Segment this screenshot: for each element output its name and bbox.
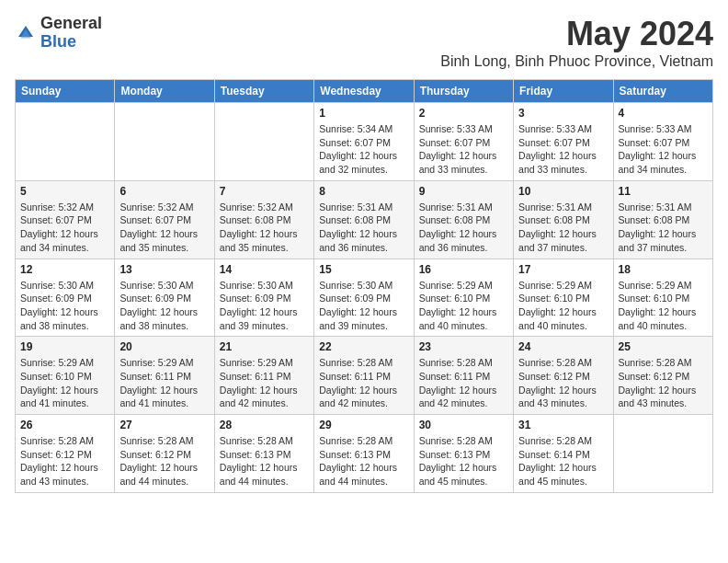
day-info: Sunrise: 5:28 AMSunset: 6:13 PMDaylight:… <box>419 434 508 488</box>
day-info: Sunrise: 5:28 AMSunset: 6:14 PMDaylight:… <box>518 434 608 488</box>
day-number: 17 <box>518 263 608 276</box>
day-info: Sunrise: 5:28 AMSunset: 6:12 PMDaylight:… <box>518 356 608 410</box>
day-number: 23 <box>419 340 508 353</box>
day-number: 2 <box>419 107 508 120</box>
day-number: 18 <box>619 263 708 276</box>
day-info: Sunrise: 5:30 AMSunset: 6:09 PMDaylight:… <box>119 279 209 333</box>
day-info: Sunrise: 5:34 AMSunset: 6:07 PMDaylight:… <box>319 122 408 177</box>
day-number: 27 <box>119 419 209 431</box>
day-info: Sunrise: 5:29 AMSunset: 6:11 PMDaylight:… <box>220 356 309 410</box>
weekday-header: Thursday <box>414 80 513 103</box>
day-info: Sunrise: 5:31 AMSunset: 6:08 PMDaylight:… <box>319 201 408 255</box>
day-number: 1 <box>319 107 408 120</box>
day-info: Sunrise: 5:32 AMSunset: 6:08 PMDaylight:… <box>220 201 309 255</box>
day-info: Sunrise: 5:28 AMSunset: 6:12 PMDaylight:… <box>20 434 109 488</box>
calendar-day-cell: 5Sunrise: 5:32 AMSunset: 6:07 PMDaylight… <box>16 180 115 259</box>
calendar-day-cell: 20Sunrise: 5:29 AMSunset: 6:11 PMDayligh… <box>115 337 214 415</box>
calendar-day-cell: 11Sunrise: 5:31 AMSunset: 6:08 PMDayligh… <box>613 180 712 259</box>
day-info: Sunrise: 5:29 AMSunset: 6:10 PMDaylight:… <box>419 279 508 333</box>
day-number: 20 <box>119 340 209 353</box>
calendar-week-row: 26Sunrise: 5:28 AMSunset: 6:12 PMDayligh… <box>16 415 713 493</box>
day-info: Sunrise: 5:28 AMSunset: 6:11 PMDaylight:… <box>319 356 408 410</box>
day-number: 26 <box>20 419 109 431</box>
calendar-day-cell: 15Sunrise: 5:30 AMSunset: 6:09 PMDayligh… <box>314 259 414 337</box>
day-number: 14 <box>220 263 309 276</box>
calendar-day-cell: 22Sunrise: 5:28 AMSunset: 6:11 PMDayligh… <box>314 337 414 415</box>
calendar-day-cell: 10Sunrise: 5:31 AMSunset: 6:08 PMDayligh… <box>514 180 613 259</box>
weekday-header: Sunday <box>16 80 115 103</box>
calendar-day-cell: 24Sunrise: 5:28 AMSunset: 6:12 PMDayligh… <box>514 337 613 415</box>
day-number: 9 <box>419 185 508 198</box>
calendar-day-cell: 25Sunrise: 5:28 AMSunset: 6:12 PMDayligh… <box>613 337 712 415</box>
day-number: 30 <box>419 419 508 431</box>
day-info: Sunrise: 5:33 AMSunset: 6:07 PMDaylight:… <box>518 122 608 177</box>
day-number: 16 <box>419 263 508 276</box>
day-number: 12 <box>20 263 109 276</box>
calendar-day-cell: 8Sunrise: 5:31 AMSunset: 6:08 PMDaylight… <box>314 180 414 259</box>
day-number: 13 <box>119 263 209 276</box>
day-info: Sunrise: 5:31 AMSunset: 6:08 PMDaylight:… <box>619 201 708 255</box>
calendar-week-row: 1Sunrise: 5:34 AMSunset: 6:07 PMDaylight… <box>16 103 713 181</box>
day-info: Sunrise: 5:28 AMSunset: 6:11 PMDaylight:… <box>419 356 508 410</box>
calendar-day-cell: 16Sunrise: 5:29 AMSunset: 6:10 PMDayligh… <box>414 259 513 337</box>
calendar-day-cell: 28Sunrise: 5:28 AMSunset: 6:13 PMDayligh… <box>214 415 313 493</box>
logo-icon <box>15 22 37 44</box>
calendar-day-cell: 18Sunrise: 5:29 AMSunset: 6:10 PMDayligh… <box>613 259 712 337</box>
calendar-week-row: 12Sunrise: 5:30 AMSunset: 6:09 PMDayligh… <box>16 259 713 337</box>
title-block: May 2024 Binh Long, Binh Phuoc Province,… <box>440 15 713 70</box>
day-number: 21 <box>220 340 309 353</box>
calendar-day-cell: 31Sunrise: 5:28 AMSunset: 6:14 PMDayligh… <box>514 415 613 493</box>
day-info: Sunrise: 5:30 AMSunset: 6:09 PMDaylight:… <box>20 279 109 333</box>
day-number: 31 <box>518 419 608 431</box>
calendar-day-cell: 13Sunrise: 5:30 AMSunset: 6:09 PMDayligh… <box>115 259 214 337</box>
logo-blue: Blue <box>40 32 76 51</box>
day-info: Sunrise: 5:28 AMSunset: 6:13 PMDaylight:… <box>220 434 309 488</box>
calendar-day-cell: 1Sunrise: 5:34 AMSunset: 6:07 PMDaylight… <box>314 103 414 181</box>
weekday-header: Wednesday <box>314 80 414 103</box>
calendar-day-cell: 21Sunrise: 5:29 AMSunset: 6:11 PMDayligh… <box>214 337 313 415</box>
month-title: May 2024 <box>440 15 713 53</box>
calendar-header-row: SundayMondayTuesdayWednesdayThursdayFrid… <box>16 80 713 103</box>
day-info: Sunrise: 5:29 AMSunset: 6:11 PMDaylight:… <box>119 356 209 410</box>
calendar-day-cell: 27Sunrise: 5:28 AMSunset: 6:12 PMDayligh… <box>115 415 214 493</box>
day-info: Sunrise: 5:31 AMSunset: 6:08 PMDaylight:… <box>518 201 608 255</box>
page-header: General Blue May 2024 Binh Long, Binh Ph… <box>15 15 713 70</box>
day-info: Sunrise: 5:31 AMSunset: 6:08 PMDaylight:… <box>419 201 508 255</box>
calendar-week-row: 5Sunrise: 5:32 AMSunset: 6:07 PMDaylight… <box>16 180 713 259</box>
day-number: 15 <box>319 263 408 276</box>
logo-general: General <box>40 14 102 32</box>
calendar-day-cell <box>214 103 313 181</box>
calendar-week-row: 19Sunrise: 5:29 AMSunset: 6:10 PMDayligh… <box>16 337 713 415</box>
calendar-day-cell: 17Sunrise: 5:29 AMSunset: 6:10 PMDayligh… <box>514 259 613 337</box>
day-info: Sunrise: 5:30 AMSunset: 6:09 PMDaylight:… <box>319 279 408 333</box>
day-info: Sunrise: 5:28 AMSunset: 6:12 PMDaylight:… <box>119 434 209 488</box>
day-number: 5 <box>20 185 109 198</box>
day-info: Sunrise: 5:28 AMSunset: 6:13 PMDaylight:… <box>319 434 408 488</box>
calendar-table: SundayMondayTuesdayWednesdayThursdayFrid… <box>15 79 713 493</box>
calendar-day-cell <box>115 103 214 181</box>
calendar-day-cell: 29Sunrise: 5:28 AMSunset: 6:13 PMDayligh… <box>314 415 414 493</box>
weekday-header: Saturday <box>613 80 712 103</box>
day-info: Sunrise: 5:32 AMSunset: 6:07 PMDaylight:… <box>119 201 209 255</box>
location-title: Binh Long, Binh Phuoc Province, Vietnam <box>440 53 713 70</box>
day-info: Sunrise: 5:30 AMSunset: 6:09 PMDaylight:… <box>220 279 309 333</box>
day-number: 10 <box>518 185 608 198</box>
day-info: Sunrise: 5:28 AMSunset: 6:12 PMDaylight:… <box>619 356 708 410</box>
day-number: 11 <box>619 185 708 198</box>
calendar-day-cell: 3Sunrise: 5:33 AMSunset: 6:07 PMDaylight… <box>514 103 613 181</box>
day-number: 28 <box>220 419 309 431</box>
day-number: 24 <box>518 340 608 353</box>
calendar-day-cell: 12Sunrise: 5:30 AMSunset: 6:09 PMDayligh… <box>16 259 115 337</box>
day-number: 6 <box>119 185 209 198</box>
logo: General Blue <box>15 15 102 52</box>
day-number: 22 <box>319 340 408 353</box>
calendar-day-cell: 7Sunrise: 5:32 AMSunset: 6:08 PMDaylight… <box>214 180 313 259</box>
calendar-day-cell: 26Sunrise: 5:28 AMSunset: 6:12 PMDayligh… <box>16 415 115 493</box>
day-info: Sunrise: 5:29 AMSunset: 6:10 PMDaylight:… <box>518 279 608 333</box>
weekday-header: Friday <box>514 80 613 103</box>
calendar-day-cell: 9Sunrise: 5:31 AMSunset: 6:08 PMDaylight… <box>414 180 513 259</box>
calendar-day-cell: 30Sunrise: 5:28 AMSunset: 6:13 PMDayligh… <box>414 415 513 493</box>
calendar-day-cell: 19Sunrise: 5:29 AMSunset: 6:10 PMDayligh… <box>16 337 115 415</box>
day-info: Sunrise: 5:32 AMSunset: 6:07 PMDaylight:… <box>20 201 109 255</box>
day-info: Sunrise: 5:29 AMSunset: 6:10 PMDaylight:… <box>619 279 708 333</box>
